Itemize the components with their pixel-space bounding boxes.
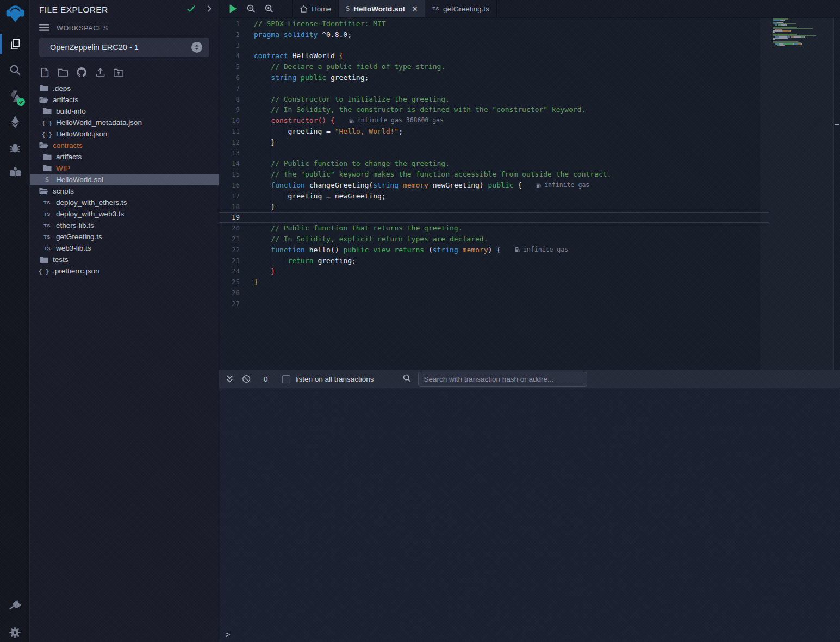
tree-item-scripts[interactable]: scripts xyxy=(30,185,219,197)
upload-file-button[interactable] xyxy=(93,66,107,78)
tree-item-wip[interactable]: WIP xyxy=(30,163,219,174)
sidebar-item-settings[interactable] xyxy=(0,620,30,642)
code-line-26: 26 xyxy=(219,288,769,298)
hamburger-icon xyxy=(39,24,49,31)
terminal-search-input[interactable] xyxy=(418,372,587,387)
tree-item-label: deploy_with_web3.ts xyxy=(56,210,124,218)
line-number: 8 xyxy=(219,94,254,105)
tree-item-label: HelloWorld.sol xyxy=(56,176,103,184)
upload-folder-icon xyxy=(113,68,124,77)
code-text: } xyxy=(254,202,275,213)
sidebar-item-debugger[interactable] xyxy=(0,136,30,160)
tree-item-ethers-lib-ts[interactable]: TSethers-lib.ts xyxy=(30,220,219,231)
indent-guide xyxy=(270,104,270,115)
file-tree: .depsartifactsbuild-info{ }HelloWorld_me… xyxy=(30,83,219,277)
code-text: contract HelloWorld { xyxy=(254,51,343,61)
sidebar-item-plugin-manager[interactable] xyxy=(0,594,30,618)
code-text: // Public function to change the greetin… xyxy=(254,158,450,169)
indent-guide xyxy=(270,234,270,245)
tree-item-deploy-with-ethers-ts[interactable]: TSdeploy_with_ethers.ts xyxy=(30,197,219,208)
new-file-button[interactable] xyxy=(38,66,52,78)
line-number: 20 xyxy=(219,223,254,234)
minimap[interactable] xyxy=(773,18,827,51)
run-script-button[interactable] xyxy=(224,0,242,17)
tree-item-web3-lib-ts[interactable]: TSweb3-lib.ts xyxy=(30,242,219,254)
listen-transactions-checkbox[interactable] xyxy=(282,375,290,383)
tree-item--deps[interactable]: .deps xyxy=(30,83,219,94)
indent-guide xyxy=(270,72,270,83)
line-number: 5 xyxy=(219,61,254,72)
line-number: 21 xyxy=(219,234,254,245)
clone-github-button[interactable] xyxy=(74,66,89,78)
folder-closed-icon xyxy=(43,165,52,172)
sidebar-item-solidity-compiler[interactable] xyxy=(0,84,30,108)
upload-icon xyxy=(95,67,105,78)
code-line-8: 8 // Constructor to initialize the greet… xyxy=(219,94,769,105)
github-icon xyxy=(76,67,87,78)
workspaces-menu-button[interactable] xyxy=(39,23,49,33)
tree-item--prettierrc-json[interactable]: { }.prettierrc.json xyxy=(30,265,219,277)
line-number: 15 xyxy=(219,169,254,180)
workspace-select[interactable]: OpenZeppelin ERC20 - 1 xyxy=(39,38,209,57)
code-text: greeting = newGreeting; xyxy=(254,191,386,202)
line-number: 24 xyxy=(219,266,254,277)
code-text: function hello() public view returns (st… xyxy=(254,245,501,255)
tree-item-contracts[interactable]: contracts xyxy=(30,140,219,151)
tree-item-helloworld-sol[interactable]: SHelloWorld.sol xyxy=(30,174,219,185)
zoom-in-button[interactable] xyxy=(260,0,278,17)
tree-item-deploy-with-web3-ts[interactable]: TSdeploy_with_web3.ts xyxy=(30,208,219,220)
tab-helloworld-sol[interactable]: S HelloWorld.sol ✕ xyxy=(339,0,425,17)
sidebar-item-file-explorer[interactable] xyxy=(0,32,30,56)
indent-guide xyxy=(270,223,270,234)
code-line-5: 5 // Declare a public field of type stri… xyxy=(219,61,769,72)
workspaces-row: WORKSPACES xyxy=(39,23,108,33)
tree-item-getgreeting-ts[interactable]: TSgetGreeting.ts xyxy=(30,231,219,242)
remix-logo[interactable] xyxy=(0,1,30,27)
code-line-24: 24 } xyxy=(219,266,769,277)
sidebar-item-learneth[interactable] xyxy=(0,160,30,184)
tab-getgreeting-ts[interactable]: TS getGreeting.ts xyxy=(425,0,496,17)
typescript-file-icon: TS xyxy=(432,6,439,11)
workspace-selected-value: OpenZeppelin ERC20 - 1 xyxy=(50,43,191,52)
code-line-13: 13 xyxy=(219,148,769,159)
zoom-out-button[interactable] xyxy=(242,0,260,17)
code-text: } xyxy=(254,266,275,277)
expand-terminal-button[interactable] xyxy=(221,375,239,383)
transaction-count-badge: 0 xyxy=(264,375,268,383)
tree-item-build-info[interactable]: build-info xyxy=(30,105,219,117)
tree-item-artifacts[interactable]: artifacts xyxy=(30,94,219,105)
overview-ruler-marker xyxy=(835,124,839,125)
sidebar-item-deploy-run[interactable] xyxy=(0,110,30,134)
tree-item-helloworld-json[interactable]: { }HelloWorld.json xyxy=(30,128,219,140)
folder-closed-icon xyxy=(43,108,52,115)
file-explorer-icon xyxy=(9,38,21,51)
collapse-panel-button[interactable] xyxy=(207,5,212,15)
line-number: 17 xyxy=(219,191,254,202)
typescript-file-icon: TS xyxy=(43,234,51,240)
code-text: pragma solidity ^0.8.0; xyxy=(254,29,352,40)
code-text: // SPDX-License-Identifier: MIT xyxy=(254,18,386,29)
clear-console-button[interactable] xyxy=(239,375,254,383)
compile-success-badge xyxy=(17,98,25,106)
code-text: } xyxy=(254,137,275,148)
workspace-ok-button[interactable] xyxy=(186,5,196,15)
code-line-10: 10 constructor() {infinite gas 368600 ga… xyxy=(219,115,769,126)
overview-ruler[interactable] xyxy=(833,18,840,370)
code-editor[interactable]: 1// SPDX-License-Identifier: MIT2pragma … xyxy=(219,18,840,370)
sidebar-item-search[interactable] xyxy=(0,58,30,82)
close-tab-icon[interactable]: ✕ xyxy=(412,5,418,13)
new-folder-button[interactable] xyxy=(56,66,70,78)
line-number: 10 xyxy=(219,115,254,126)
gas-pump-icon xyxy=(536,182,542,188)
home-icon xyxy=(300,5,308,13)
indent-guide xyxy=(270,126,270,137)
tree-item-tests[interactable]: tests xyxy=(30,254,219,265)
tree-item-helloworld-metadata-json[interactable]: { }HelloWorld_metadata.json xyxy=(30,117,219,128)
line-number: 19 xyxy=(219,212,254,223)
tree-item-artifacts[interactable]: artifacts xyxy=(30,151,219,163)
tree-item-label: build-info xyxy=(56,107,86,115)
terminal-content[interactable]: > xyxy=(219,388,840,642)
tab-home[interactable]: Home xyxy=(292,0,339,17)
upload-folder-button[interactable] xyxy=(111,66,126,78)
editor-region: Home S HelloWorld.sol ✕ TS getGreeting.t… xyxy=(219,0,840,642)
